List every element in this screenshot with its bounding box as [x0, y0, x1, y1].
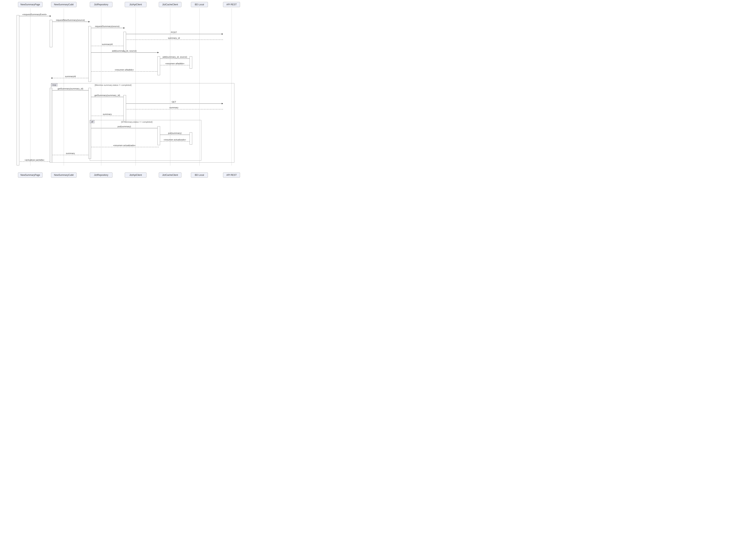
lifeline-footer-ll6: BD Local — [191, 172, 208, 178]
fragment-condition-frag_alt: [Si summary.status == completed] — [121, 121, 152, 123]
sequence-diagram: NewSummaryPageNewSummaryCubitJiztReposit… — [0, 0, 246, 179]
msg-label-m19: «resumen actualizado» — [160, 138, 190, 141]
msg-label-m20: «resumen actualizado» — [109, 144, 139, 147]
msg-label-m6: summaryId — [92, 43, 122, 45]
msg-label-m14: GET — [159, 101, 189, 103]
lifeline-header-ll2: NewSummaryCubit — [51, 2, 76, 7]
msg-label-m8: add(summary_id, source) — [160, 56, 190, 58]
lifeline-footer-ll4: JiztApiClient — [125, 172, 147, 178]
msg-label-m12: getSummary(summary_id) — [55, 88, 85, 90]
lifeline-header-ll7: API REST — [223, 2, 240, 7]
activation-act4 — [89, 26, 91, 82]
msg-label-m10: «resumen añadido» — [109, 69, 139, 71]
msg-label-m9: «resumen añadido» — [160, 62, 190, 65]
lifeline-header-ll6: BD Local — [191, 2, 208, 7]
lifeline-header-ll4: JiztApiClient — [125, 2, 147, 7]
msg-label-m3: requestSummary(source) — [92, 25, 122, 27]
lifeline-footer-ll7: API REST — [223, 172, 240, 178]
activation-act2 — [50, 20, 52, 47]
lifeline-footer-ll1: NewSummaryPage — [18, 172, 43, 178]
activation-act1 — [17, 15, 19, 165]
msg-label-m18: put(summary) — [160, 132, 190, 134]
msg-label-m17: put(summary) — [109, 125, 139, 127]
msg-label-m15: summary — [159, 106, 189, 109]
fragment-condition-frag_loop: [Mientras summary.status != completed] — [95, 84, 131, 86]
msg-label-m4: POST — [159, 31, 189, 34]
activation-act8 — [189, 56, 192, 69]
msg-label-m1: «requestSummaryEvent» — [19, 13, 50, 15]
msg-label-m2: requestNewSummary(source) — [55, 19, 85, 21]
lifeline-line-ll1 — [30, 8, 31, 165]
msg-label-m22: «actualizar pantalla» — [19, 159, 50, 161]
msg-label-m7: add(summary_id, source) — [109, 50, 139, 52]
fragment-label-frag_alt: alt — [90, 120, 95, 123]
lifeline-footer-ll5: JiztCacheClient — [159, 172, 181, 178]
activation-act5 — [123, 32, 126, 52]
lifeline-header-ll5: JiztCacheClient — [159, 2, 181, 7]
lifeline-footer-ll2: NewSummaryCubit — [51, 172, 76, 178]
fragment-label-frag_loop: loop — [51, 84, 57, 87]
msg-label-m11: summaryId — [55, 75, 85, 77]
lifeline-header-ll1: NewSummaryPage — [18, 2, 43, 7]
msg-label-m5: summary_id — [159, 37, 189, 39]
msg-label-m21: summary — [55, 152, 85, 154]
msg-label-m16: summary — [92, 113, 122, 115]
lifeline-footer-ll3: JiztRepository — [90, 172, 112, 178]
msg-label-m13: getSummary(summary_id) — [92, 94, 122, 96]
lifeline-header-ll3: JiztRepository — [90, 2, 112, 7]
activation-act7 — [158, 56, 160, 75]
